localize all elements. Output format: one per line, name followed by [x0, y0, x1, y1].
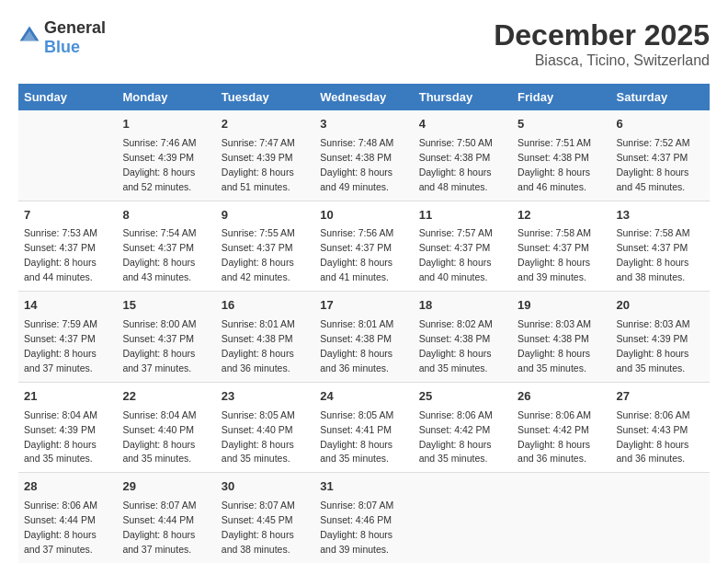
sunset: Sunset: 4:37 PM — [122, 242, 194, 253]
sunset: Sunset: 4:44 PM — [122, 514, 194, 525]
calendar-cell — [18, 110, 117, 201]
sunrise: Sunrise: 8:00 AM — [122, 318, 196, 329]
day-number: 21 — [24, 388, 111, 406]
daylight: Daylight: 8 hours and 39 minutes. — [518, 257, 590, 282]
calendar-cell: 28Sunrise: 8:06 AMSunset: 4:44 PMDayligh… — [18, 473, 117, 563]
calendar-cell: 9Sunrise: 7:55 AMSunset: 4:37 PMDaylight… — [216, 201, 314, 292]
page-header: General Blue December 2025 Biasca, Ticin… — [18, 18, 710, 69]
day-number: 22 — [122, 388, 210, 406]
sunset: Sunset: 4:44 PM — [24, 514, 96, 525]
day-number: 13 — [617, 207, 704, 224]
sunrise: Sunrise: 8:01 AM — [222, 318, 295, 329]
sunrise: Sunrise: 8:04 AM — [24, 409, 97, 420]
day-number: 17 — [320, 297, 407, 315]
sunrise: Sunrise: 7:59 AM — [24, 318, 97, 329]
calendar-cell: 10Sunrise: 7:56 AMSunset: 4:37 PMDayligh… — [314, 201, 413, 292]
day-number: 31 — [320, 478, 407, 496]
sunrise: Sunrise: 7:52 AM — [617, 137, 690, 148]
calendar-cell: 7Sunrise: 7:53 AMSunset: 4:37 PMDaylight… — [18, 201, 117, 292]
day-number: 9 — [222, 207, 309, 224]
calendar-cell: 3Sunrise: 7:48 AMSunset: 4:38 PMDaylight… — [314, 110, 413, 201]
calendar-cell: 17Sunrise: 8:01 AMSunset: 4:38 PMDayligh… — [314, 292, 413, 383]
calendar-cell: 21Sunrise: 8:04 AMSunset: 4:39 PMDayligh… — [18, 382, 117, 473]
sunrise: Sunrise: 8:05 AM — [222, 409, 295, 420]
logo-blue: Blue — [44, 38, 80, 56]
sunset: Sunset: 4:37 PM — [419, 242, 491, 253]
sunrise: Sunrise: 7:56 AM — [320, 227, 393, 238]
daylight: Daylight: 8 hours and 41 minutes. — [320, 257, 392, 282]
calendar-cell: 23Sunrise: 8:05 AMSunset: 4:40 PMDayligh… — [216, 382, 314, 473]
sunrise: Sunrise: 8:06 AM — [617, 409, 690, 420]
calendar-cell: 4Sunrise: 7:50 AMSunset: 4:38 PMDaylight… — [414, 110, 512, 201]
sunset: Sunset: 4:45 PM — [222, 514, 293, 525]
logo-general: General — [44, 18, 106, 37]
daylight: Daylight: 8 hours and 40 minutes. — [419, 257, 492, 282]
sunrise: Sunrise: 7:54 AM — [122, 227, 196, 238]
sunrise: Sunrise: 7:48 AM — [320, 137, 393, 148]
logo: General Blue — [18, 18, 106, 57]
day-number: 3 — [320, 116, 407, 133]
sunrise: Sunrise: 8:01 AM — [320, 318, 393, 329]
calendar-table: SundayMondayTuesdayWednesdayThursdayFrid… — [18, 84, 710, 563]
sunset: Sunset: 4:41 PM — [320, 424, 392, 435]
daylight: Daylight: 8 hours and 42 minutes. — [222, 257, 294, 282]
col-header-sunday: Sunday — [18, 84, 117, 110]
day-number: 29 — [122, 478, 210, 496]
calendar-cell — [512, 473, 610, 563]
day-number: 6 — [617, 116, 704, 133]
daylight: Daylight: 8 hours and 48 minutes. — [419, 167, 492, 192]
daylight: Daylight: 8 hours and 44 minutes. — [24, 257, 97, 282]
calendar-cell — [414, 473, 512, 563]
sunset: Sunset: 4:38 PM — [518, 152, 589, 163]
logo-icon — [18, 25, 40, 47]
sunset: Sunset: 4:39 PM — [24, 424, 96, 435]
calendar-cell: 8Sunrise: 7:54 AMSunset: 4:37 PMDaylight… — [117, 201, 215, 292]
daylight: Daylight: 8 hours and 37 minutes. — [24, 348, 97, 373]
daylight: Daylight: 8 hours and 37 minutes. — [24, 529, 97, 555]
sunrise: Sunrise: 7:53 AM — [24, 227, 97, 238]
calendar-cell: 16Sunrise: 8:01 AMSunset: 4:38 PMDayligh… — [216, 292, 314, 383]
day-number: 24 — [320, 388, 407, 406]
sunset: Sunset: 4:37 PM — [122, 333, 194, 344]
daylight: Daylight: 8 hours and 38 minutes. — [617, 257, 689, 282]
sunset: Sunset: 4:40 PM — [122, 424, 194, 435]
day-number: 5 — [518, 116, 605, 133]
sunrise: Sunrise: 8:03 AM — [617, 318, 690, 329]
logo-general-text: General Blue — [44, 18, 106, 57]
sunset: Sunset: 4:37 PM — [24, 242, 96, 253]
sunrise: Sunrise: 8:07 AM — [122, 500, 196, 511]
daylight: Daylight: 8 hours and 39 minutes. — [320, 529, 392, 555]
sunrise: Sunrise: 8:02 AM — [419, 318, 493, 329]
day-number: 11 — [419, 207, 506, 224]
calendar-cell: 24Sunrise: 8:05 AMSunset: 4:41 PMDayligh… — [314, 382, 413, 473]
calendar-cell: 29Sunrise: 8:07 AMSunset: 4:44 PMDayligh… — [117, 473, 215, 563]
sunset: Sunset: 4:42 PM — [419, 424, 491, 435]
col-header-wednesday: Wednesday — [314, 84, 413, 110]
sunset: Sunset: 4:39 PM — [617, 333, 688, 344]
calendar-cell: 5Sunrise: 7:51 AMSunset: 4:38 PMDaylight… — [512, 110, 610, 201]
sunrise: Sunrise: 8:06 AM — [518, 409, 591, 420]
sunrise: Sunrise: 7:46 AM — [122, 137, 196, 148]
col-header-monday: Monday — [117, 84, 215, 110]
week-row-1: 1Sunrise: 7:46 AMSunset: 4:39 PMDaylight… — [18, 110, 710, 201]
sunset: Sunset: 4:38 PM — [419, 333, 491, 344]
daylight: Daylight: 8 hours and 36 minutes. — [222, 348, 294, 373]
daylight: Daylight: 8 hours and 51 minutes. — [222, 167, 294, 192]
calendar-cell: 31Sunrise: 8:07 AMSunset: 4:46 PMDayligh… — [314, 473, 413, 563]
calendar-cell — [611, 473, 710, 563]
calendar-cell: 13Sunrise: 7:58 AMSunset: 4:37 PMDayligh… — [611, 201, 710, 292]
calendar-cell: 1Sunrise: 7:46 AMSunset: 4:39 PMDaylight… — [117, 110, 215, 201]
daylight: Daylight: 8 hours and 35 minutes. — [419, 439, 492, 465]
daylight: Daylight: 8 hours and 35 minutes. — [222, 439, 294, 465]
calendar-cell: 18Sunrise: 8:02 AMSunset: 4:38 PMDayligh… — [414, 292, 512, 383]
daylight: Daylight: 8 hours and 36 minutes. — [320, 348, 392, 373]
day-number: 1 — [122, 116, 210, 133]
daylight: Daylight: 8 hours and 37 minutes. — [122, 529, 195, 555]
day-number: 18 — [419, 297, 506, 315]
sunrise: Sunrise: 8:07 AM — [320, 500, 393, 511]
calendar-cell: 19Sunrise: 8:03 AMSunset: 4:38 PMDayligh… — [512, 292, 610, 383]
sunset: Sunset: 4:39 PM — [222, 152, 293, 163]
week-row-5: 28Sunrise: 8:06 AMSunset: 4:44 PMDayligh… — [18, 473, 710, 563]
day-number: 8 — [122, 207, 210, 224]
sunrise: Sunrise: 8:03 AM — [518, 318, 591, 329]
